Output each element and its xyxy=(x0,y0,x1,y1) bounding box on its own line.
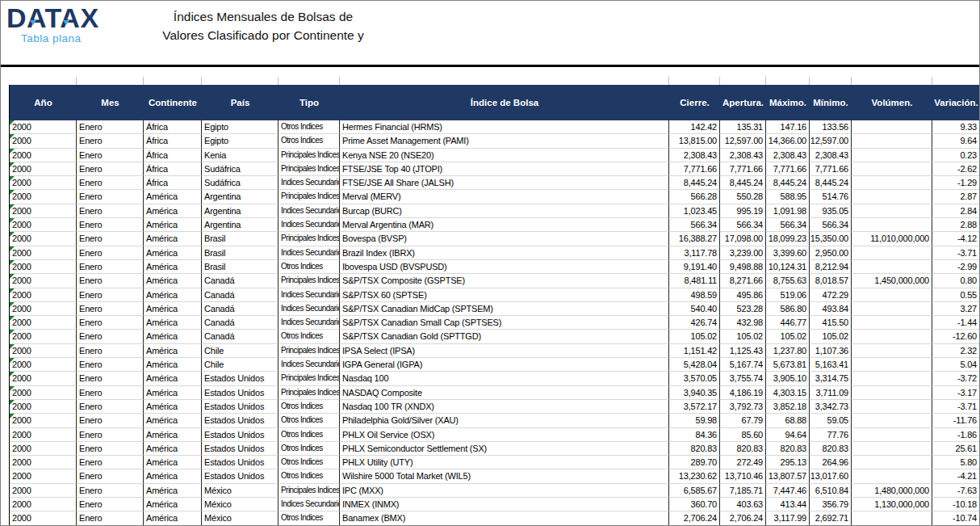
cell-tipo[interactable]: Principales Indices xyxy=(279,162,340,176)
cell-pais[interactable]: Estados Unidos xyxy=(202,469,279,483)
cell-indice[interactable]: INMEX (INMX) xyxy=(340,498,669,511)
cell-cierre[interactable]: 1,023.45 xyxy=(669,204,720,218)
cell-ano[interactable]: 2000 xyxy=(10,134,77,148)
cell-volumen[interactable] xyxy=(852,414,932,427)
cell-apertura[interactable]: 1,125.43 xyxy=(720,344,766,358)
column-header-cierre[interactable]: Cierre. xyxy=(669,85,720,120)
cell-ano[interactable]: 2000 xyxy=(10,344,77,358)
cell-pais[interactable]: Kenia xyxy=(202,149,279,162)
cell-continente[interactable]: África xyxy=(144,120,202,134)
cell-indice[interactable]: Wilshire 5000 Total Market (WIL5) xyxy=(340,469,669,483)
cell-volumen[interactable] xyxy=(852,316,932,330)
cell-variacion[interactable]: 2.84 xyxy=(932,204,980,218)
cell-mes[interactable]: Enero xyxy=(77,428,144,442)
cell-cierre[interactable]: 5,428.04 xyxy=(669,358,720,372)
cell-cierre[interactable]: 1,151.42 xyxy=(669,344,720,358)
cell-tipo[interactable]: Principales Indices xyxy=(279,484,340,498)
cell-indice[interactable]: IPC (MXX) xyxy=(340,484,669,498)
cell-pais[interactable]: Canadá xyxy=(202,316,279,330)
cell-maximo[interactable]: 3,905.10 xyxy=(766,372,810,385)
cell-volumen[interactable]: 1,130,000,000 xyxy=(852,498,932,511)
cell-ano[interactable]: 2000 xyxy=(10,190,77,204)
cell-pais[interactable]: Argentina xyxy=(202,204,279,218)
cell-tipo[interactable]: Otros Indices xyxy=(279,400,340,414)
cell-continente[interactable]: África xyxy=(144,176,202,190)
cell-apertura[interactable]: 550.28 xyxy=(720,190,766,204)
cell-apertura[interactable]: 12,597.00 xyxy=(720,134,766,148)
cell-cierre[interactable]: 540.40 xyxy=(669,302,720,316)
cell-maximo[interactable]: 4,303.15 xyxy=(766,386,810,400)
cell-continente[interactable]: América xyxy=(144,442,202,456)
cell-maximo[interactable]: 446.77 xyxy=(766,316,810,330)
cell-mes[interactable]: Enero xyxy=(77,246,144,260)
cell-volumen[interactable] xyxy=(852,288,932,302)
cell-pais[interactable]: Estados Unidos xyxy=(202,428,279,442)
cell-pais[interactable]: Argentina xyxy=(202,218,279,232)
cell-cierre[interactable]: 7,771.66 xyxy=(669,162,720,176)
cell-volumen[interactable] xyxy=(852,372,932,385)
cell-indice[interactable]: PHLX Semiconductor Settlement (SX) xyxy=(340,442,669,456)
cell-mes[interactable]: Enero xyxy=(77,330,144,343)
cell-variacion[interactable]: -2.62 xyxy=(932,162,980,176)
cell-maximo[interactable]: 10,124.31 xyxy=(766,260,810,274)
cell-minimo[interactable]: 12,597.00 xyxy=(810,134,852,148)
cell-pais[interactable]: Estados Unidos xyxy=(202,372,279,385)
cell-volumen[interactable] xyxy=(852,162,932,176)
cell-minimo[interactable]: 264.96 xyxy=(810,456,852,469)
cell-mes[interactable]: Enero xyxy=(77,316,144,330)
cell-tipo[interactable]: Indices Secundarios xyxy=(279,218,340,232)
cell-indice[interactable]: S&P/TSX Canadian Small Cap (SPTSES) xyxy=(340,316,669,330)
cell-ano[interactable]: 2000 xyxy=(10,218,77,232)
cell-pais[interactable]: Brasil xyxy=(202,232,279,246)
cell-variacion[interactable]: 2.32 xyxy=(932,344,980,358)
cell-cierre[interactable]: 3,940.35 xyxy=(669,386,720,400)
cell-maximo[interactable]: 14,366.00 xyxy=(766,134,810,148)
cell-volumen[interactable]: 1,480,000,000 xyxy=(852,484,932,498)
cell-indice[interactable]: Merval Argentina (MAR) xyxy=(340,218,669,232)
cell-ano[interactable]: 2000 xyxy=(10,288,77,302)
cell-continente[interactable]: América xyxy=(144,246,202,260)
cell-continente[interactable]: América xyxy=(144,400,202,414)
cell-tipo[interactable]: Otros Indices xyxy=(279,428,340,442)
cell-apertura[interactable]: 2,308.43 xyxy=(720,149,766,162)
cell-continente[interactable]: África xyxy=(144,134,202,148)
cell-apertura[interactable]: 8,271.66 xyxy=(720,274,766,288)
cell-tipo[interactable]: Principales Indices xyxy=(279,386,340,400)
cell-continente[interactable]: América xyxy=(144,274,202,288)
cell-variacion[interactable]: -4.12 xyxy=(932,232,980,246)
cell-cierre[interactable]: 566.28 xyxy=(669,190,720,204)
cell-variacion[interactable]: 2.87 xyxy=(932,190,980,204)
cell-minimo[interactable]: 15,350.00 xyxy=(810,232,852,246)
cell-tipo[interactable]: Principales Indices xyxy=(279,274,340,288)
cell-minimo[interactable]: 356.79 xyxy=(810,498,852,511)
cell-variacion[interactable]: 9.64 xyxy=(932,134,980,148)
cell-mes[interactable]: Enero xyxy=(77,176,144,190)
cell-continente[interactable]: América xyxy=(144,498,202,511)
cell-continente[interactable]: América xyxy=(144,218,202,232)
cell-indice[interactable]: Bovespa (BVSP) xyxy=(340,232,669,246)
cell-pais[interactable]: Canadá xyxy=(202,274,279,288)
cell-mes[interactable]: Enero xyxy=(77,218,144,232)
cell-tipo[interactable]: Principales Indices xyxy=(279,344,340,358)
cell-minimo[interactable]: 13,017.60 xyxy=(810,469,852,483)
cell-cierre[interactable]: 3,570.05 xyxy=(669,372,720,385)
cell-ano[interactable]: 2000 xyxy=(10,456,77,469)
column-header-apertura[interactable]: Apertura. xyxy=(720,85,766,120)
cell-mes[interactable]: Enero xyxy=(77,288,144,302)
cell-continente[interactable]: América xyxy=(144,386,202,400)
cell-maximo[interactable]: 566.34 xyxy=(766,218,810,232)
cell-apertura[interactable]: 566.34 xyxy=(720,218,766,232)
cell-minimo[interactable]: 59.05 xyxy=(810,414,852,427)
cell-tipo[interactable]: Indices Secundarios xyxy=(279,316,340,330)
cell-volumen[interactable]: 11,010,000,000 xyxy=(852,232,932,246)
cell-indice[interactable]: Nasdaq 100 TR (XNDX) xyxy=(340,400,669,414)
column-header-maximo[interactable]: Máximo. xyxy=(766,85,810,120)
cell-cierre[interactable]: 3,572.17 xyxy=(669,400,720,414)
cell-mes[interactable]: Enero xyxy=(77,469,144,483)
cell-mes[interactable]: Enero xyxy=(77,162,144,176)
cell-continente[interactable]: América xyxy=(144,316,202,330)
cell-volumen[interactable] xyxy=(852,190,932,204)
cell-cierre[interactable]: 360.70 xyxy=(669,498,720,511)
cell-volumen[interactable]: 1,450,000,000 xyxy=(852,274,932,288)
cell-mes[interactable]: Enero xyxy=(77,134,144,148)
